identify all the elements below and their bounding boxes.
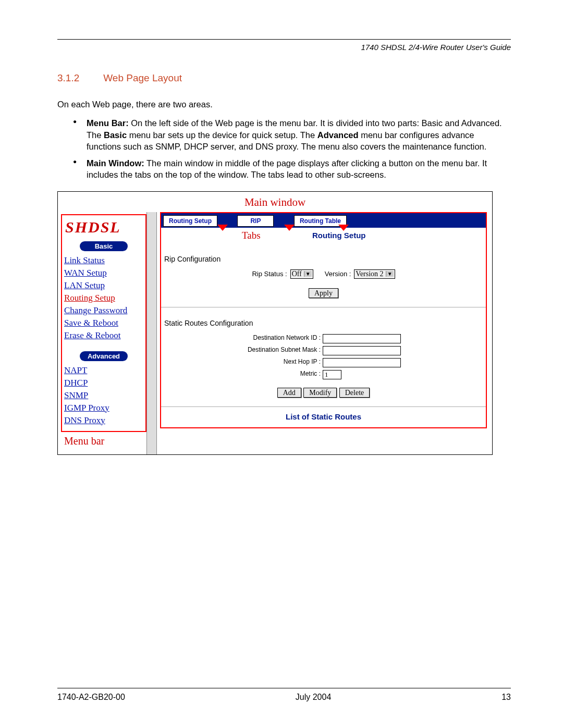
- section-static-routes: Static Routes Configuration: [161, 307, 486, 331]
- main-window-outline: Routing Setup RIP Routing Table Tabs Rou…: [160, 212, 487, 428]
- metric-label: Metric :: [161, 370, 323, 379]
- section-number: 3.1.2: [57, 72, 101, 84]
- apply-button[interactable]: Apply: [309, 288, 338, 298]
- section-heading: 3.1.2 Web Page Layout: [57, 72, 511, 84]
- figure-web-layout: Main window SHDSL Basic Link Status WAN …: [57, 191, 493, 455]
- annotation-tabs: Tabs: [242, 230, 261, 241]
- annotation-main-window: Main window: [58, 192, 492, 212]
- intro-paragraph: On each Web page, there are two areas.: [57, 98, 511, 110]
- menu-lan-setup[interactable]: LAN Setup: [64, 279, 143, 292]
- menu-dhcp[interactable]: DHCP: [64, 377, 143, 389]
- menu-routing-setup[interactable]: Routing Setup: [64, 292, 143, 304]
- tabs-bar: Routing Setup RIP Routing Table: [161, 213, 486, 228]
- metric-input[interactable]: 1: [323, 370, 341, 379]
- bullet-menu-bar: Menu Bar: On the left side of the Web pa…: [73, 117, 511, 152]
- pill-advanced[interactable]: Advanced: [80, 351, 128, 361]
- menu-snmp[interactable]: SNMP: [64, 389, 143, 402]
- dest-mask-label: Destination Subnet Mask :: [161, 346, 323, 355]
- chevron-down-icon: ▼: [386, 271, 394, 277]
- menu-change-password[interactable]: Change Password: [64, 304, 143, 317]
- dest-network-label: Destination Network ID :: [161, 334, 323, 343]
- menu-save-reboot[interactable]: Save & Reboot: [64, 317, 143, 329]
- modify-button[interactable]: Modify: [303, 388, 337, 398]
- rip-status-select[interactable]: Off ▼: [290, 269, 313, 279]
- section-rip-config: Rip Configuration: [161, 243, 486, 267]
- panel-title-routing: Routing Setup: [312, 231, 365, 240]
- annotation-menu-bar: Menu bar: [61, 432, 146, 451]
- tab-rip[interactable]: RIP: [237, 215, 274, 227]
- next-hop-label: Next Hop IP :: [161, 358, 323, 367]
- add-button[interactable]: Add: [277, 388, 301, 398]
- next-hop-input[interactable]: [323, 358, 401, 367]
- bullet-label: Menu Bar:: [87, 118, 129, 128]
- dest-network-input[interactable]: [323, 334, 401, 343]
- menu-wan-setup[interactable]: WAN Setup: [64, 267, 143, 279]
- version-label: Version :: [325, 270, 351, 278]
- footer-page-number: 13: [501, 693, 511, 702]
- menu-link-status[interactable]: Link Status: [64, 254, 143, 267]
- header-guide-title: 1740 SHDSL 2/4-Wire Router User's Guide: [57, 43, 511, 52]
- logo-shdsl: SHDSL: [64, 217, 143, 239]
- vertical-divider: [146, 212, 157, 454]
- dest-mask-input[interactable]: [323, 346, 401, 355]
- chevron-down-icon: ▼: [304, 271, 312, 277]
- menu-bar-outline: SHDSL Basic Link Status WAN Setup LAN Se…: [61, 214, 146, 432]
- rip-form-row: Rip Status : Off ▼ Version : Version 2 ▼: [161, 269, 486, 279]
- version-select[interactable]: Version 2 ▼: [354, 269, 395, 279]
- footer-doc-id: 1740-A2-GB20-00: [57, 693, 125, 702]
- delete-button[interactable]: Delete: [339, 388, 370, 398]
- bullet-main-window: Main Window: The main window in middle o…: [73, 157, 511, 181]
- menu-bar-area: SHDSL Basic Link Status WAN Setup LAN Se…: [58, 212, 146, 454]
- menu-erase-reboot[interactable]: Erase & Reboot: [64, 329, 143, 342]
- tab-routing-setup[interactable]: Routing Setup: [163, 215, 217, 227]
- pill-basic[interactable]: Basic: [80, 241, 128, 251]
- menu-dns-proxy[interactable]: DNS Proxy: [64, 414, 143, 427]
- page-footer: 1740-A2-GB20-00 July 2004 13: [57, 688, 511, 702]
- header-rule: [57, 39, 511, 40]
- menu-napt[interactable]: NAPT: [64, 364, 143, 377]
- footer-date: July 2004: [296, 693, 332, 702]
- rip-status-label: Rip Status :: [252, 270, 287, 278]
- list-static-routes-title: List of Static Routes: [161, 407, 486, 427]
- section-title: Web Page Layout: [103, 72, 182, 83]
- bullet-label: Main Window:: [87, 158, 144, 168]
- menu-igmp-proxy[interactable]: IGMP Proxy: [64, 402, 143, 414]
